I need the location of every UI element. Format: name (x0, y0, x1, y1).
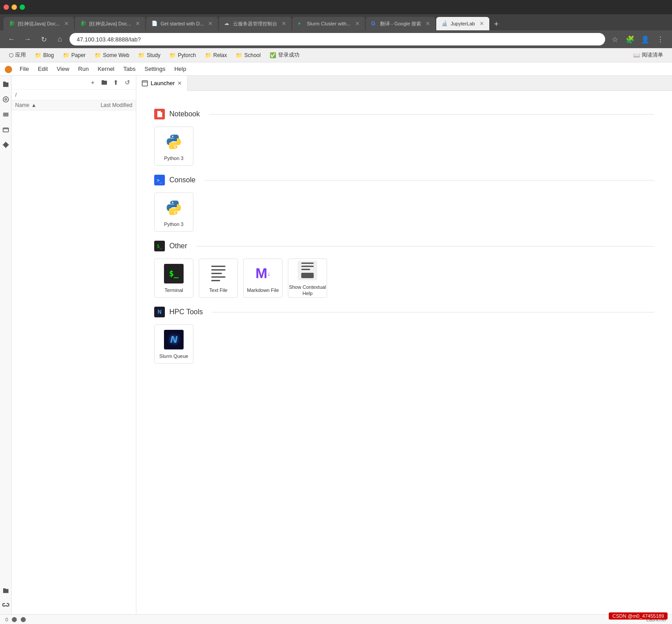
console-section-divider (205, 180, 654, 181)
upload-button[interactable]: ⬆ (111, 78, 121, 87)
tab-label-3: Get started with D... (160, 21, 204, 26)
terminal-item[interactable]: $_ Terminal (154, 259, 193, 298)
markdown-item[interactable]: M ↓ Markdown File (243, 259, 283, 298)
home-button[interactable]: ⌂ (53, 33, 66, 45)
bookmark-login[interactable]: ✅ 登录成功 (266, 50, 303, 60)
address-bar: ← → ↻ ⌂ ☆ 🧩 👤 ⋮ (0, 30, 672, 48)
console-section-icon: >_ (154, 175, 165, 185)
python3-notebook-item[interactable]: Python 3 (154, 127, 193, 166)
bookmark-pytorch[interactable]: 📁 Pytorch (166, 51, 200, 59)
launcher-tab-close[interactable]: ✕ (177, 80, 182, 86)
tab-close-3[interactable]: ✕ (208, 21, 213, 27)
sidebar-icon-files[interactable] (1, 79, 11, 89)
menu-help[interactable]: Help (170, 64, 191, 74)
tab-close-6[interactable]: ✕ (426, 21, 430, 27)
slurm-queue-item[interactable]: N Slurm Queue (154, 324, 193, 364)
notebook-section-divider (209, 114, 655, 115)
menu-tabs[interactable]: Tabs (119, 64, 140, 74)
notebook-grid: Python 3 (154, 127, 654, 166)
menu-kernel[interactable]: Kernel (93, 64, 119, 74)
python3-nb-icon (163, 131, 184, 152)
tab-favicon-5: ● (298, 21, 304, 27)
menu-dots-button[interactable]: ⋮ (654, 33, 667, 45)
new-folder-button[interactable] (99, 78, 109, 87)
bookmark-apps[interactable]: ⬡ 应用 (5, 50, 29, 60)
bookmark-button[interactable]: ☆ (609, 33, 621, 45)
tab-close-2[interactable]: ✕ (135, 21, 140, 27)
browser-chrome: 🐉 [狂神说Java] Doc... ✕ 🐉 [狂神说Java] Doc... … (0, 0, 672, 62)
bookmark-relax[interactable]: 📁 Relax (201, 51, 231, 59)
slurm-label: Slurm Queue (160, 353, 188, 359)
markdown-icon-box: M ↓ (253, 264, 273, 283)
menu-edit[interactable]: Edit (33, 64, 52, 74)
login-icon: ✅ (270, 52, 276, 58)
textfile-item[interactable]: Text File (199, 259, 238, 298)
sidebar-icon-tabs[interactable] (1, 125, 11, 135)
sidebar-icons (0, 76, 12, 614)
back-button[interactable]: ← (5, 33, 18, 45)
contextual-help-item[interactable]: Show Contextual Help (288, 259, 327, 298)
tab-bar: 🐉 [狂神说Java] Doc... ✕ 🐉 [狂神说Java] Doc... … (0, 14, 672, 30)
terminal-icon-box: $_ (164, 264, 184, 283)
browser-tab-7[interactable]: 🔬 JupyterLab ✕ (436, 17, 489, 30)
bookmark-blog[interactable]: 📁 Blog (31, 51, 57, 59)
tab-close-7[interactable]: ✕ (479, 21, 484, 27)
sidebar-icon-running[interactable] (1, 94, 11, 104)
tab-close-1[interactable]: ✕ (64, 21, 69, 27)
refresh-files-button[interactable]: ↺ (123, 78, 132, 87)
console-section-title: Console (169, 176, 196, 184)
textfile-line-5 (211, 280, 220, 281)
other-section-header: $_ Other (154, 241, 654, 251)
file-breadcrumb: / (12, 90, 136, 100)
browser-tab-3[interactable]: 📄 Get started with D... ✕ (146, 17, 218, 30)
markdown-label: Markdown File (247, 287, 279, 293)
new-file-button[interactable]: + (88, 78, 98, 87)
sidebar-icon-extensions[interactable] (1, 601, 11, 611)
menu-settings[interactable]: Settings (140, 64, 170, 74)
file-header-name[interactable]: Name ▲ (15, 102, 79, 108)
maximize-button[interactable] (20, 4, 25, 10)
sidebar-icon-commands[interactable] (1, 110, 11, 119)
textfile-line-2 (211, 269, 225, 271)
launcher-tab[interactable]: Launcher ✕ (136, 76, 188, 91)
file-browser-panel: + ⬆ ↺ / Name ▲ Last Modified (12, 76, 136, 614)
sidebar-icon-folders[interactable] (1, 586, 11, 595)
minimize-button[interactable] (12, 4, 17, 10)
python3-console-item[interactable]: Python 3 (154, 193, 193, 232)
sidebar-icon-settings[interactable] (1, 140, 11, 150)
browser-tab-1[interactable]: 🐉 [狂神说Java] Doc... ✕ (4, 17, 74, 30)
bookmark-someweb[interactable]: 📁 Some Web (91, 51, 133, 59)
bookmark-pytorch-label: Pytorch (178, 52, 196, 58)
file-list (12, 111, 136, 614)
menu-view[interactable]: View (52, 64, 74, 74)
tab-close-4[interactable]: ✕ (282, 21, 286, 27)
bookmark-study[interactable]: 📁 Study (135, 51, 164, 59)
bookmark-paper[interactable]: 📁 Paper (59, 51, 89, 59)
browser-actions: ☆ 🧩 👤 ⋮ (609, 33, 667, 45)
bookmark-readlist[interactable]: 📖 阅读清单 (630, 50, 667, 60)
browser-tab-2[interactable]: 🐉 [狂神说Java] Doc... ✕ (75, 17, 145, 30)
file-list-header: Name ▲ Last Modified (12, 100, 136, 111)
profile-button[interactable]: 👤 (639, 33, 652, 45)
contextual-line-2 (301, 266, 314, 267)
url-input[interactable] (70, 33, 605, 45)
menu-file[interactable]: File (15, 64, 33, 74)
bookmark-school[interactable]: 📁 School (232, 51, 264, 59)
menu-run[interactable]: Run (74, 64, 93, 74)
browser-tab-5[interactable]: ● Slurm Cluster with... ✕ (292, 17, 365, 30)
content-area: Launcher ✕ Notebook (136, 76, 672, 614)
hpc-section-title: HPC Tools (169, 308, 203, 316)
status-count: 0 (5, 617, 8, 622)
browser-tab-4[interactable]: ☁ 云服务器管理控制台 ✕ (219, 17, 291, 30)
new-tab-button[interactable]: + (490, 18, 503, 30)
extension-button[interactable]: 🧩 (624, 33, 636, 45)
browser-tab-6[interactable]: G 翻译 - Google 搜索 ✕ (366, 17, 435, 30)
textfile-line-1 (211, 266, 225, 267)
refresh-button[interactable]: ↻ (37, 33, 50, 45)
pytorch-folder-icon: 📁 (169, 52, 176, 58)
tab-close-5[interactable]: ✕ (355, 21, 360, 27)
forward-button[interactable]: → (21, 33, 34, 45)
close-button[interactable] (4, 4, 9, 10)
textfile-lines (211, 266, 225, 281)
console-section: >_ Console (154, 175, 654, 232)
